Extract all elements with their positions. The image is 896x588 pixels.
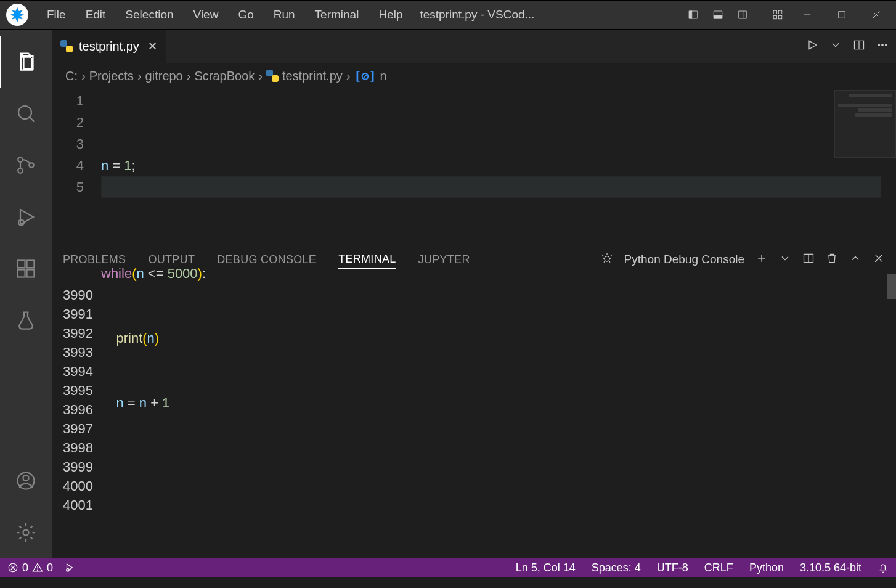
window-close-button[interactable] [859, 2, 894, 27]
code-token: + [147, 395, 162, 410]
tab-label: testprint.py [79, 39, 139, 54]
crumb-symbol[interactable]: n [380, 69, 387, 83]
activity-source-control[interactable] [0, 139, 52, 191]
code-token: print [116, 330, 142, 346]
code-token [101, 395, 116, 410]
menu-help[interactable]: Help [369, 0, 412, 30]
svg-point-19 [29, 163, 34, 168]
editor-actions [806, 30, 896, 63]
status-cursor-position[interactable]: Ln 5, Col 14 [516, 561, 576, 574]
code-token [101, 330, 116, 346]
code-token: 1 [162, 395, 169, 410]
activity-manage[interactable] [0, 507, 52, 558]
label: Python [749, 561, 784, 574]
svg-rect-22 [18, 261, 25, 268]
code-token: ; [132, 158, 136, 173]
code-token: while [101, 266, 132, 281]
warning-count: 0 [47, 561, 53, 574]
line-number: 2 [52, 112, 84, 133]
activity-explorer[interactable] [0, 36, 52, 88]
status-encoding[interactable]: UTF-8 [657, 561, 688, 574]
menu-selection[interactable]: Selection [115, 0, 183, 30]
code-token: <= [144, 266, 168, 281]
line-number: 5 [52, 176, 84, 198]
activity-testing[interactable] [0, 295, 52, 346]
activity-search[interactable] [0, 88, 52, 139]
code-editor[interactable]: 1 2 3 4 5 n = 1; while(n <= 5000): print… [52, 89, 896, 244]
label: 3.10.5 64-bit [800, 561, 861, 574]
toggle-panel-icon[interactable] [706, 2, 730, 27]
label: Terminal [315, 8, 359, 22]
code-content[interactable]: n = 1; while(n <= 5000): print(n) n = n … [101, 90, 896, 244]
terminal-line: 3998 [63, 438, 885, 457]
activity-accounts[interactable] [0, 455, 52, 507]
status-notifications[interactable] [878, 562, 889, 573]
menu-file[interactable]: File [37, 0, 76, 30]
activity-run-debug[interactable] [0, 191, 52, 243]
crumb-projects[interactable]: Projects [89, 69, 134, 83]
menu-go[interactable]: Go [228, 0, 263, 30]
main-area: testprint.py ✕ C: › Projects › gitrepo ›… [0, 30, 896, 558]
crumb-scrapbook[interactable]: ScrapBook [194, 69, 255, 83]
menu-view[interactable]: View [184, 0, 229, 30]
terminal-line: 3990 [63, 285, 885, 304]
bell-icon [878, 562, 889, 573]
status-errors[interactable]: 0 0 [7, 561, 53, 574]
minimap-viewport[interactable] [834, 90, 896, 158]
python-file-icon [60, 40, 73, 52]
status-language[interactable]: Python [749, 561, 784, 574]
svg-point-34 [886, 44, 887, 46]
code-token: n [139, 395, 147, 410]
svg-rect-4 [738, 11, 747, 18]
terminal-line: 3997 [63, 419, 885, 438]
code-token: : [202, 266, 206, 281]
status-debug-launch[interactable] [64, 562, 75, 573]
menu-edit[interactable]: Edit [76, 0, 116, 30]
editor-group: testprint.py ✕ C: › Projects › gitrepo ›… [52, 30, 896, 558]
label: Selection [125, 8, 173, 22]
svg-marker-29 [809, 41, 817, 49]
run-dropdown-icon[interactable] [829, 39, 842, 54]
label: Go [238, 8, 253, 22]
customize-layout-icon[interactable] [765, 2, 790, 27]
run-file-button[interactable] [806, 39, 818, 54]
menu-run[interactable]: Run [264, 0, 305, 30]
toggle-secondary-sidebar-icon[interactable] [730, 2, 755, 27]
crumb-drive[interactable]: C: [65, 69, 78, 83]
titlebar: File Edit Selection View Go Run Terminal… [0, 0, 896, 30]
breadcrumb[interactable]: C: › Projects › gitrepo › ScrapBook › te… [52, 63, 896, 89]
window-maximize-button[interactable] [825, 2, 859, 27]
tab-close-icon[interactable]: ✕ [148, 39, 157, 53]
crumb-gitrepo[interactable]: gitrepo [145, 69, 183, 83]
status-bar: 0 0 Ln 5, Col 14 Spaces: 4 UTF-8 CRLF Py… [0, 558, 896, 577]
error-icon [7, 562, 18, 573]
window-title: testprint.py - VSCod... [413, 8, 682, 22]
more-actions-icon[interactable] [876, 39, 889, 54]
svg-rect-7 [779, 10, 782, 14]
svg-point-15 [18, 106, 31, 119]
menu-terminal[interactable]: Terminal [305, 0, 369, 30]
svg-rect-25 [27, 261, 35, 268]
status-indentation[interactable]: Spaces: 4 [592, 561, 641, 574]
code-token: n [147, 330, 155, 346]
line-number: 1 [52, 90, 84, 112]
crumb-file[interactable]: testprint.py [282, 69, 343, 83]
terminal-line: 4000 [63, 476, 885, 496]
chevron-right-icon: › [258, 69, 263, 83]
split-editor-icon[interactable] [853, 39, 865, 54]
label: Run [274, 8, 295, 22]
activity-bar [0, 30, 52, 558]
svg-rect-1 [689, 11, 692, 18]
window-minimize-button[interactable] [790, 2, 825, 27]
status-interpreter[interactable]: 3.10.5 64-bit [800, 561, 861, 574]
line-number: 4 [52, 155, 84, 176]
status-eol[interactable]: CRLF [704, 561, 733, 574]
error-count: 0 [22, 561, 28, 574]
terminal-output[interactable]: 3990 3991 3992 3993 3994 3995 3996 3997 … [52, 274, 896, 558]
toggle-primary-sidebar-icon[interactable] [681, 2, 706, 27]
code-token: ) [198, 266, 202, 281]
svg-rect-3 [714, 16, 722, 19]
terminal-line: 3999 [63, 457, 885, 476]
activity-extensions[interactable] [0, 243, 52, 295]
tab-testprint[interactable]: testprint.py ✕ [52, 30, 166, 63]
